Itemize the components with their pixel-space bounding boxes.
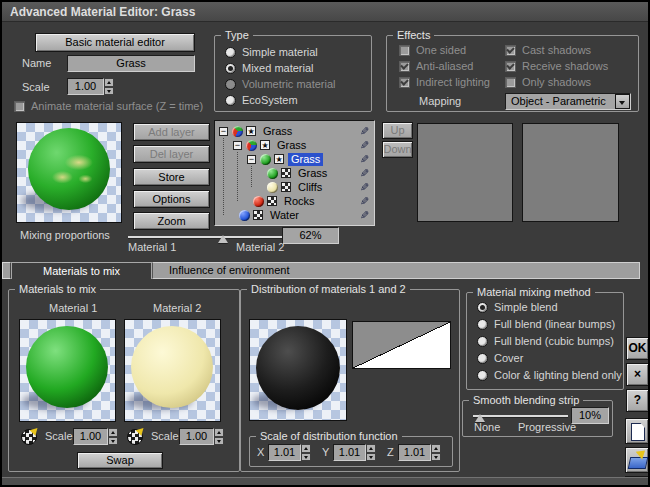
smooth-slider-track[interactable] xyxy=(473,415,568,417)
scale2-spinner[interactable] xyxy=(214,428,224,445)
title-bar[interactable]: Advanced Material Editor: Grass xyxy=(2,2,648,22)
scale1-input[interactable]: 1.00 xyxy=(73,428,108,445)
spin-down-icon[interactable] xyxy=(301,453,311,462)
radio-selected-icon[interactable] xyxy=(225,63,236,74)
new-material-button[interactable] xyxy=(625,418,649,444)
edit-pencil-icon[interactable]: ✎ xyxy=(360,153,369,165)
effect-only-shadows[interactable]: Only shadows xyxy=(505,76,591,88)
y-spinner[interactable] xyxy=(366,444,376,461)
checkbox-checked-icon[interactable] xyxy=(505,45,516,56)
radio-icon[interactable] xyxy=(477,370,488,381)
spin-down-icon[interactable] xyxy=(104,87,114,96)
mixing-slider-thumb[interactable] xyxy=(218,235,228,243)
dropdown-arrow-icon[interactable] xyxy=(615,94,630,109)
type-option-simple[interactable]: Simple material xyxy=(225,46,318,58)
help-button[interactable]: ? xyxy=(626,389,649,412)
effect-one-sided[interactable]: One sided xyxy=(399,44,466,56)
spin-up-icon[interactable] xyxy=(366,444,376,453)
distribution-preview[interactable] xyxy=(249,319,347,421)
tab-influence-of-environment[interactable]: Influence of environment xyxy=(152,262,640,279)
tab-materials-to-mix[interactable]: Materials to mix xyxy=(11,262,152,279)
layer-down-button[interactable]: Down xyxy=(382,141,413,158)
edit-pencil-icon[interactable]: ✎ xyxy=(360,167,369,179)
options-button[interactable]: Options xyxy=(133,190,210,208)
checkbox-checked-icon[interactable] xyxy=(399,77,410,88)
add-layer-button[interactable]: Add layer xyxy=(133,123,210,141)
x-spinner[interactable] xyxy=(301,444,311,461)
type-option-ecosystem[interactable]: EcoSystem xyxy=(225,94,298,106)
type-option-volumetric[interactable]: Volumetric material xyxy=(225,78,336,90)
radio-disabled-icon[interactable] xyxy=(225,79,236,90)
scale-spinner[interactable] xyxy=(104,78,114,95)
z-spinner[interactable] xyxy=(431,444,441,461)
mixing-slider-track[interactable] xyxy=(128,236,290,238)
spin-up-icon[interactable] xyxy=(301,444,311,453)
radio-icon[interactable] xyxy=(477,319,488,330)
tree-row-grass-selected[interactable]: − ★ Grass ✎ xyxy=(215,152,374,166)
type-option-mixed[interactable]: Mixed material xyxy=(225,62,314,74)
effect-cast-shadows[interactable]: Cast shadows xyxy=(505,44,591,56)
material1-preview[interactable] xyxy=(19,319,116,422)
edit-pencil-icon[interactable]: ✎ xyxy=(360,181,369,193)
material2-preview[interactable] xyxy=(124,319,221,422)
load-material2-icon[interactable] xyxy=(127,429,143,445)
checkbox-checked-icon[interactable] xyxy=(399,61,410,72)
effect-indirect-lighting[interactable]: Indirect lighting xyxy=(399,76,490,88)
edit-pencil-icon[interactable]: ✎ xyxy=(360,195,369,207)
radio-icon[interactable] xyxy=(225,95,236,106)
name-input[interactable]: Grass xyxy=(67,55,195,72)
method-simple-blend[interactable]: Simple blend xyxy=(477,301,558,313)
tree-row-rocks[interactable]: Rocks ✎ xyxy=(215,194,374,208)
distribution-ramp[interactable] xyxy=(352,321,451,369)
collapse-icon[interactable]: − xyxy=(247,155,256,164)
checkbox-icon[interactable] xyxy=(399,45,410,56)
tree-row-cliffs[interactable]: Cliffs ✎ xyxy=(215,180,374,194)
edit-pencil-icon[interactable]: ✎ xyxy=(360,139,369,151)
method-full-blend-cubic[interactable]: Full blend (cubic bumps) xyxy=(477,335,614,347)
method-cover[interactable]: Cover xyxy=(477,352,523,364)
animate-surface-checkbox[interactable] xyxy=(14,101,25,112)
spin-down-icon[interactable] xyxy=(108,437,118,446)
radio-icon[interactable] xyxy=(477,336,488,347)
z-input[interactable]: 1.01 xyxy=(398,444,431,461)
method-color-lighting-only[interactable]: Color & lighting blend only xyxy=(477,369,622,381)
radio-selected-icon[interactable] xyxy=(477,302,488,313)
smooth-value-field[interactable]: 10% xyxy=(571,407,609,424)
radio-icon[interactable] xyxy=(225,47,236,58)
mixing-value-field[interactable]: 62% xyxy=(282,227,339,244)
edit-pencil-icon[interactable]: ✎ xyxy=(360,125,369,137)
checkbox-checked-icon[interactable] xyxy=(505,61,516,72)
collapse-icon[interactable]: − xyxy=(233,141,242,150)
layer-up-button[interactable]: Up xyxy=(382,122,413,139)
spin-up-icon[interactable] xyxy=(214,428,224,437)
store-button[interactable]: Store xyxy=(133,168,210,186)
spin-down-icon[interactable] xyxy=(366,453,376,462)
effect-anti-aliased[interactable]: Anti-aliased xyxy=(399,60,473,72)
spin-down-icon[interactable] xyxy=(431,453,441,462)
spin-up-icon[interactable] xyxy=(108,428,118,437)
mapping-dropdown[interactable]: Object - Parametric xyxy=(505,93,631,110)
tree-row-grass-l1[interactable]: − ★ Grass ✎ xyxy=(215,138,374,152)
scale-input[interactable]: 1.00 xyxy=(67,78,104,95)
ok-button[interactable]: OK xyxy=(626,337,649,360)
y-input[interactable]: 1.01 xyxy=(333,444,366,461)
method-full-blend-linear[interactable]: Full blend (linear bumps) xyxy=(477,318,615,330)
cancel-button[interactable]: × xyxy=(626,363,649,386)
tree-row-grass-leaf[interactable]: Grass ✎ xyxy=(215,166,374,180)
tree-row-water[interactable]: Water ✎ xyxy=(215,208,374,222)
edit-pencil-icon[interactable]: ✎ xyxy=(360,209,369,221)
load-material1-icon[interactable] xyxy=(21,429,37,445)
swap-button[interactable]: Swap xyxy=(77,452,163,469)
scale2-input[interactable]: 1.00 xyxy=(179,428,214,445)
checkbox-icon[interactable] xyxy=(505,77,516,88)
tree-row-grass-root[interactable]: − ★ Grass ✎ xyxy=(215,124,374,138)
radio-icon[interactable] xyxy=(477,353,488,364)
spin-down-icon[interactable] xyxy=(214,437,224,446)
x-input[interactable]: 1.01 xyxy=(268,444,301,461)
zoom-button[interactable]: Zoom xyxy=(133,212,210,230)
load-material-button[interactable] xyxy=(625,447,649,473)
spin-up-icon[interactable] xyxy=(104,78,114,87)
effect-receive-shadows[interactable]: Receive shadows xyxy=(505,60,608,72)
scale1-spinner[interactable] xyxy=(108,428,118,445)
del-layer-button[interactable]: Del layer xyxy=(133,145,210,163)
